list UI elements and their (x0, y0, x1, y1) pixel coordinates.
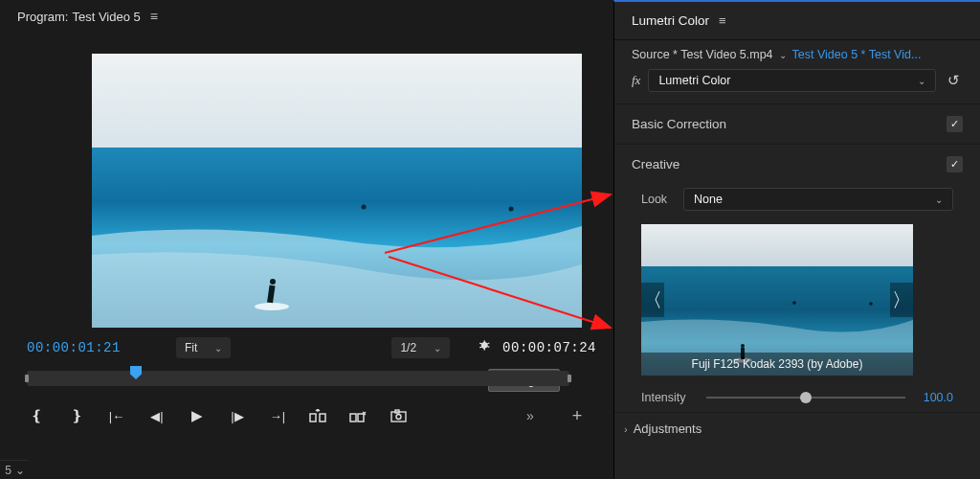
section-basic-correction[interactable]: Basic Correction ✓ (614, 103, 980, 144)
mark-in-button[interactable]: ❴ (27, 406, 46, 425)
program-title: Test Video 5 (72, 10, 140, 24)
checkbox-basic[interactable]: ✓ (947, 116, 963, 132)
panel-menu-icon[interactable]: ≡ (719, 13, 726, 28)
svg-point-2 (361, 205, 366, 210)
intensity-label: Intensity (641, 391, 695, 404)
resolution-select[interactable]: 1/2 ⌄ (391, 337, 450, 358)
go-to-in-button[interactable]: |← (107, 406, 126, 425)
effect-select[interactable]: Lumetri Color ⌄ (648, 69, 936, 92)
chevron-down-icon: ⌄ (935, 194, 943, 205)
timeline-scrubber[interactable] (27, 371, 569, 386)
svg-rect-8 (320, 414, 325, 422)
extract-button[interactable] (348, 406, 368, 425)
timeline-handle-right[interactable] (568, 375, 571, 382)
chevron-down-icon: ⌄ (918, 76, 925, 86)
svg-point-18 (792, 301, 796, 305)
look-preview: 〈 〉 Fuji F125 Kodak 2393 (by Adobe) (641, 224, 913, 376)
svg-rect-9 (350, 414, 356, 422)
go-to-out-button[interactable]: →| (268, 406, 287, 425)
program-title-prefix: Program: (17, 10, 68, 24)
look-select[interactable]: None ⌄ (683, 188, 953, 211)
lut-name: Fuji F125 Kodak 2393 (by Adobe) (641, 353, 913, 376)
next-look-button[interactable]: 〉 (890, 283, 913, 317)
svg-rect-16 (641, 224, 913, 266)
intensity-slider[interactable] (706, 397, 905, 399)
chevron-down-icon: ⌄ (434, 343, 441, 354)
svg-point-6 (270, 279, 276, 285)
more-button[interactable]: » (522, 406, 541, 425)
chevron-down-icon[interactable]: ⌄ (779, 50, 787, 60)
look-label: Look (641, 193, 674, 206)
add-button[interactable]: + (568, 406, 587, 425)
svg-point-12 (396, 415, 401, 420)
svg-point-19 (869, 302, 873, 306)
step-forward-button[interactable]: |▶ (228, 406, 247, 425)
lift-button[interactable] (308, 406, 327, 425)
svg-point-3 (508, 207, 513, 212)
svg-point-22 (741, 344, 745, 348)
settings-icon[interactable] (479, 339, 493, 356)
source-label[interactable]: Source * Test Video 5.mp4 (632, 48, 773, 61)
svg-rect-7 (310, 414, 316, 422)
timecode-current[interactable]: 00:00:01:21 (27, 340, 121, 355)
mark-out-button[interactable]: ❵ (67, 406, 86, 425)
timeline-handle-left[interactable] (25, 375, 29, 382)
bottom-misc: 5⌄ (0, 460, 29, 479)
svg-rect-0 (92, 54, 582, 148)
prev-look-button[interactable]: 〈 (641, 283, 664, 317)
playhead-icon[interactable] (130, 366, 142, 379)
play-button[interactable]: ▶ (188, 406, 207, 425)
fx-icon[interactable]: fx (632, 73, 640, 88)
zoom-select[interactable]: Fit ⌄ (176, 337, 231, 358)
svg-point-4 (255, 303, 289, 310)
step-back-button[interactable]: ◀| (147, 406, 167, 425)
svg-rect-10 (358, 414, 364, 422)
panel-menu-icon[interactable]: ≡ (150, 9, 158, 24)
panel-title: Lumetri Color (632, 13, 709, 28)
slider-knob[interactable] (800, 392, 812, 403)
reset-icon[interactable]: ↺ (944, 71, 963, 90)
timecode-duration: 00:00:07:24 (502, 340, 596, 355)
chevron-down-icon: ⌄ (214, 343, 222, 354)
intensity-value[interactable]: 100.0 (917, 391, 953, 404)
chevron-right-icon: › (624, 423, 628, 435)
export-frame-button[interactable] (389, 406, 408, 425)
sequence-label[interactable]: Test Video 5 * Test Vid... (792, 48, 963, 61)
program-monitor[interactable] (92, 54, 582, 328)
checkbox-creative[interactable]: ✓ (947, 156, 963, 172)
section-creative[interactable]: Creative ✓ (614, 144, 980, 184)
section-adjustments[interactable]: › Adjustments (614, 412, 980, 445)
